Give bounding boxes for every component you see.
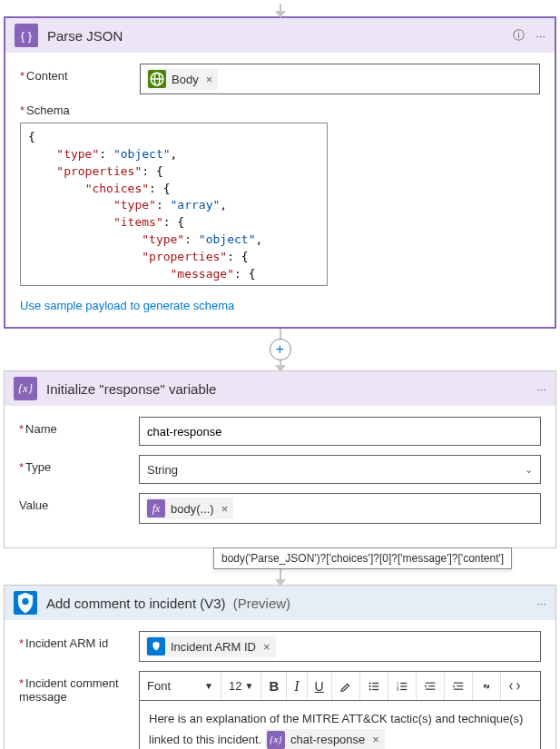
- code-braces-icon: { }: [15, 24, 38, 47]
- card-title: Add comment to incident (V3) (Preview): [46, 596, 527, 611]
- bullet-list-button[interactable]: [360, 672, 388, 700]
- initialize-variable-card: {x} Initialize "response" variable ··· *…: [4, 370, 556, 548]
- svg-rect-21: [453, 688, 463, 689]
- rte-toolbar: Font▼ 12▼ B I U 123: [139, 671, 541, 700]
- content-label: Content: [26, 69, 68, 83]
- underline-button[interactable]: U: [308, 672, 332, 700]
- link-button[interactable]: [473, 672, 501, 700]
- add-step-button[interactable]: +: [270, 339, 291, 360]
- variable-icon: {x}: [14, 377, 37, 400]
- remove-token-icon[interactable]: ×: [261, 640, 272, 654]
- outdent-button[interactable]: [417, 672, 445, 700]
- name-label: Name: [25, 422, 57, 436]
- more-icon[interactable]: ···: [536, 382, 546, 396]
- comment-label: Incident comment message: [19, 676, 119, 704]
- svg-rect-18: [425, 688, 435, 689]
- svg-rect-7: [372, 685, 378, 686]
- expression-token[interactable]: fx body(...) ×: [145, 498, 233, 519]
- info-icon[interactable]: ⓘ: [513, 27, 525, 44]
- shield-icon: [147, 637, 165, 655]
- svg-rect-19: [453, 682, 463, 683]
- parse-json-card: { } Parse JSON ⓘ ··· *Content Body: [4, 16, 556, 329]
- variable-icon: {x}: [267, 731, 285, 749]
- remove-token-icon[interactable]: ×: [370, 731, 381, 749]
- card-title: Parse JSON: [47, 28, 504, 44]
- schema-editor[interactable]: { "type": "object", "properties": { "cho…: [20, 123, 328, 286]
- preview-badge: (Preview): [233, 596, 290, 611]
- name-input[interactable]: [139, 417, 541, 446]
- more-icon[interactable]: ···: [535, 29, 545, 43]
- svg-rect-11: [400, 682, 407, 683]
- value-label: Value: [19, 498, 48, 512]
- more-icon[interactable]: ···: [536, 596, 546, 610]
- highlight-button[interactable]: [332, 672, 360, 700]
- sentinel-icon: [14, 591, 37, 615]
- arm-token[interactable]: Incident ARM ID ×: [145, 636, 276, 657]
- comment-editor[interactable]: Here is an explanation of the MITRE ATT&…: [139, 700, 541, 749]
- http-icon: [148, 70, 166, 88]
- svg-rect-17: [428, 685, 435, 686]
- chevron-down-icon: ⌄: [525, 464, 533, 476]
- card-header[interactable]: {x} Initialize "response" variable ···: [5, 371, 555, 406]
- body-token[interactable]: Body ×: [146, 68, 218, 90]
- svg-rect-20: [457, 685, 463, 686]
- svg-rect-5: [372, 682, 378, 683]
- card-header[interactable]: { } Parse JSON ⓘ ···: [5, 18, 555, 53]
- chat-response-token[interactable]: {x} chat-response ×: [265, 729, 385, 749]
- add-comment-card: Add comment to incident (V3) (Preview) ·…: [4, 585, 556, 749]
- svg-rect-13: [400, 685, 407, 686]
- type-label: Type: [25, 460, 51, 474]
- remove-token-icon[interactable]: ×: [220, 502, 231, 516]
- arm-id-label: Incident ARM id: [25, 636, 108, 650]
- fx-icon: fx: [147, 499, 165, 517]
- svg-point-6: [368, 685, 370, 686]
- number-list-button[interactable]: 123: [388, 672, 417, 700]
- svg-rect-16: [425, 682, 435, 683]
- content-input[interactable]: Body ×: [140, 64, 540, 94]
- sample-payload-link[interactable]: Use sample payload to generate schema: [20, 299, 234, 312]
- card-title: Initialize "response" variable: [46, 381, 527, 397]
- svg-rect-9: [372, 688, 378, 689]
- font-select[interactable]: Font▼: [140, 672, 221, 700]
- indent-button[interactable]: [445, 672, 473, 700]
- card-header[interactable]: Add comment to incident (V3) (Preview) ·…: [5, 586, 555, 620]
- bold-button[interactable]: B: [261, 672, 287, 700]
- italic-button[interactable]: I: [287, 672, 307, 700]
- svg-text:3: 3: [397, 687, 399, 692]
- svg-point-4: [368, 682, 370, 684]
- arm-id-input[interactable]: Incident ARM ID ×: [139, 631, 541, 662]
- value-input[interactable]: fx body(...) ×: [139, 493, 541, 524]
- size-select[interactable]: 12▼: [221, 672, 261, 700]
- schema-label: Schema: [26, 103, 70, 117]
- type-select[interactable]: String ⌄: [139, 455, 541, 484]
- svg-point-8: [368, 688, 370, 690]
- svg-point-3: [22, 598, 28, 605]
- remove-token-icon[interactable]: ×: [204, 73, 215, 86]
- expression-tooltip: body('Parse_JSON')?['choices']?[0]?['mes…: [213, 547, 512, 569]
- svg-rect-15: [400, 688, 407, 689]
- code-view-button[interactable]: [501, 672, 528, 700]
